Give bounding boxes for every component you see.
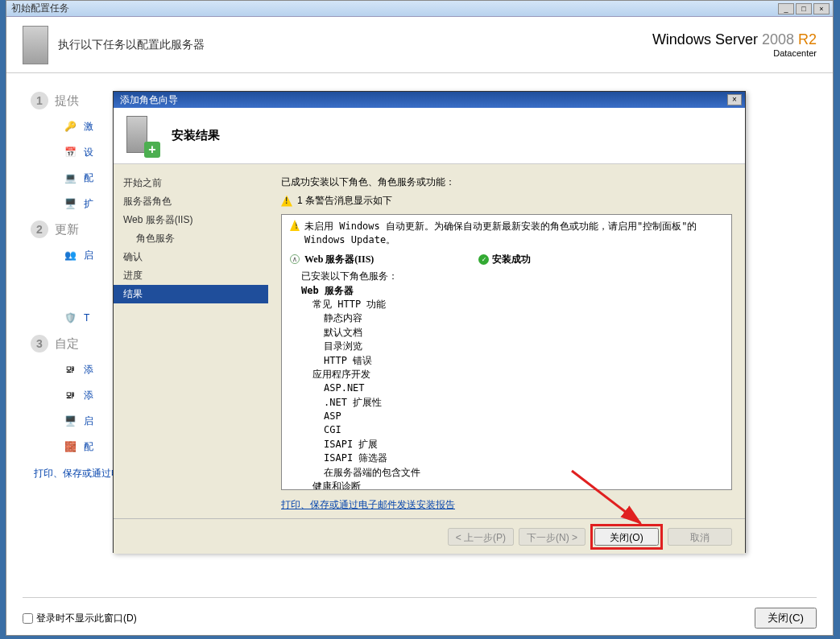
nav-progress[interactable]: 进度 [114, 266, 268, 285]
send-report-link[interactable]: 打印、保存或通过电子邮件发送安装报告 [281, 498, 732, 512]
dialog-heading: 安装结果 [172, 128, 220, 143]
tree-isapi-ext: ISAPI 扩展 [324, 438, 723, 451]
status-text: 安装成功 [492, 253, 531, 266]
close-button[interactable]: 关闭(O) [594, 528, 659, 546]
brand-line2: Datacenter [652, 48, 817, 58]
tree-default-doc: 默认文档 [324, 326, 723, 340]
prev-button: < 上一步(P) [448, 528, 514, 546]
dialog-title: 添加角色向导 [117, 93, 727, 107]
cancel-button: 取消 [668, 528, 732, 546]
nav-server-roles[interactable]: 服务器角色 [114, 192, 268, 211]
minimize-button[interactable]: _ [778, 3, 794, 14]
warn-summary-row: 1 条警告消息显示如下 [281, 194, 732, 208]
step-2-label: 更新 [55, 222, 79, 237]
warning-icon [290, 220, 300, 231]
outer-close-button[interactable]: 关闭(C) [755, 608, 817, 629]
results-box: 未启用 Windows 自动更新。为确保自动更新最新安装的角色或功能，请启用"控… [281, 214, 732, 490]
nav-web-server-iis[interactable]: Web 服务器(IIS) [114, 211, 268, 229]
network-icon: 💻 [61, 169, 79, 187]
warning-icon [281, 196, 292, 207]
monitor-icon: 🖥️ [61, 195, 79, 212]
plus-icon: + [144, 142, 160, 158]
dialog-body: 开始之前 服务器角色 Web 服务器(IIS) 角色服务 确认 进度 结果 已成… [114, 164, 745, 518]
tree-aspnet: ASP.NET [324, 381, 723, 395]
step-3-badge: 3 [31, 335, 48, 352]
role-name: Web 服务器(IIS) [304, 253, 374, 266]
tree-web-server: Web 服务器 [301, 284, 723, 298]
success-icon: ✓ [478, 254, 489, 265]
server-add2-icon: 🖳 [61, 386, 79, 404]
key-icon: 🔑 [61, 117, 79, 135]
dont-show-checkbox[interactable]: 登录时不显示此窗口(D) [23, 612, 137, 625]
dont-show-check-input[interactable] [23, 613, 33, 624]
dialog-footer: < 上一步(P) 下一步(N) > 关闭(O) 取消 [114, 518, 745, 554]
warn-summary-text: 1 条警告消息显示如下 [297, 194, 392, 208]
server-icon [23, 26, 48, 64]
tree-net-ext: .NET 扩展性 [324, 396, 723, 410]
maximize-button[interactable]: □ [796, 3, 812, 14]
firewall-icon: 🧱 [61, 438, 79, 456]
tree-http-common: 常见 HTTP 功能 [312, 298, 723, 311]
step-3-label: 自定 [55, 336, 79, 352]
tree-dir-browse: 目录浏览 [324, 340, 723, 353]
nav-role-services[interactable]: 角色服务 [114, 229, 268, 248]
dialog-main: 已成功安装以下角色、角色服务或功能： 1 条警告消息显示如下 未启用 Windo… [268, 164, 745, 518]
nav-results[interactable]: 结果 [114, 285, 268, 303]
nav-before-begin[interactable]: 开始之前 [114, 174, 268, 192]
step-2-badge: 2 [31, 221, 48, 238]
users-icon: 👥 [61, 246, 79, 264]
warn-detail-text: 未启用 Windows 自动更新。为确保自动更新最新安装的角色或功能，请启用"控… [304, 220, 723, 248]
server-add-icon: 🖳 [61, 361, 79, 378]
role-status: ✓ 安装成功 [478, 253, 531, 266]
outer-window-title: 初始配置任务 [10, 2, 778, 15]
close-highlight: 关闭(O) [590, 524, 663, 550]
outer-titlebar: 初始配置任务 _ □ × [6, 1, 833, 17]
dialog-header: + 安装结果 [114, 108, 745, 164]
desktop-icon: 🖥️ [61, 412, 79, 430]
dialog-header-icon: + [126, 116, 159, 156]
header-text: 执行以下任务以配置此服务器 [58, 38, 652, 52]
calendar-icon: 📅 [61, 143, 79, 161]
dialog-close-button[interactable]: × [727, 94, 742, 105]
brand-block: Windows Server 2008 R2 Datacenter [652, 31, 817, 58]
shield-icon: 🛡️ [61, 309, 79, 327]
intro-text: 已成功安装以下角色、角色服务或功能： [281, 175, 732, 189]
tree-ssi: 在服务器端的包含文件 [324, 466, 723, 480]
tree-asp: ASP [324, 410, 723, 423]
outer-bottom-bar: 登录时不显示此窗口(D) 关闭(C) [23, 597, 817, 629]
outer-header: 执行以下任务以配置此服务器 Windows Server 2008 R2 Dat… [6, 17, 833, 73]
dont-show-label: 登录时不显示此窗口(D) [36, 612, 137, 625]
installed-tree: 已安装以下角色服务： Web 服务器 常见 HTTP 功能 静态内容 默认文档 … [301, 270, 723, 490]
step-1-label: 提供 [55, 93, 79, 109]
nav-confirm[interactable]: 确认 [114, 248, 268, 266]
role-head-row: ∧ Web 服务器(IIS) ✓ 安装成功 [290, 253, 723, 266]
wizard-nav: 开始之前 服务器角色 Web 服务器(IIS) 角色服务 确认 进度 结果 [114, 164, 268, 518]
tree-isapi-filt: ISAPI 筛选器 [324, 451, 723, 465]
tree-static: 静态内容 [324, 311, 723, 325]
add-role-wizard-dialog: 添加角色向导 × + 安装结果 开始之前 服务器角色 Web 服务器(IIS) … [113, 91, 746, 553]
tree-http-err: HTTP 错误 [324, 354, 723, 368]
close-window-button[interactable]: × [813, 3, 830, 14]
step-1-badge: 1 [31, 92, 48, 109]
collapse-icon[interactable]: ∧ [290, 254, 300, 264]
tree-app-dev: 应用程序开发 [312, 368, 723, 381]
warn-detail-row: 未启用 Windows 自动更新。为确保自动更新最新安装的角色或功能，请启用"控… [290, 220, 723, 248]
next-button: 下一步(N) > [519, 528, 586, 546]
installed-label: 已安装以下角色服务： [301, 270, 723, 283]
dialog-titlebar: 添加角色向导 × [114, 92, 745, 108]
tree-cgi: CGI [324, 423, 723, 437]
tree-health: 健康和诊断 [312, 480, 723, 490]
brand-line1: Windows Server 2008 R2 [652, 31, 817, 48]
